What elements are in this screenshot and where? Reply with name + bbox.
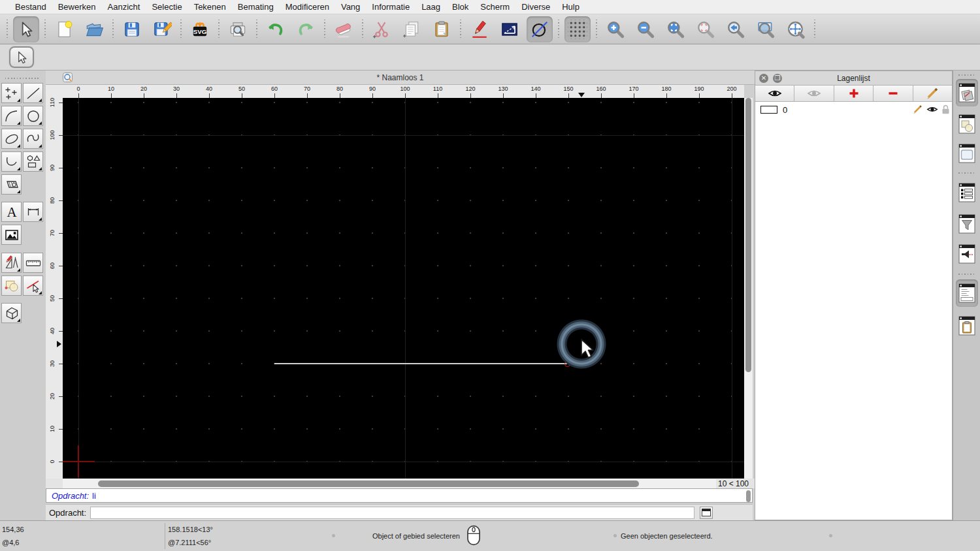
zoom-selection-button[interactable] — [693, 16, 719, 42]
layer-edit-pencil-icon[interactable] — [912, 104, 923, 114]
active-tool-button[interactable] — [9, 46, 34, 68]
zoom-extents-button[interactable] — [662, 16, 689, 42]
vertical-scrollbar-thumb[interactable] — [745, 98, 751, 372]
zoom-in-button[interactable] — [602, 16, 629, 42]
shapes-window-icon — [958, 114, 975, 134]
eraser-icon — [334, 20, 353, 39]
hatch-tool-button[interactable] — [1, 174, 22, 195]
panel-clipboard-button[interactable] — [956, 312, 978, 339]
h-ruler-tick-mark — [274, 93, 275, 98]
vertical-scrollbar[interactable] — [744, 98, 753, 479]
menu-blok[interactable]: Blok — [446, 2, 474, 12]
panel-properties-button[interactable] — [956, 140, 978, 167]
menu-bestand[interactable]: Bestand — [9, 2, 52, 12]
menu-scherm[interactable]: Scherm — [474, 2, 515, 12]
ruler-corner — [46, 85, 63, 98]
origin-crosshair — [78, 445, 79, 478]
image-tool-button[interactable] — [1, 225, 22, 245]
print-preview-button[interactable] — [225, 16, 251, 42]
pan-button[interactable] — [783, 16, 809, 42]
command-input[interactable] — [90, 507, 694, 519]
add-layer-button[interactable] — [834, 86, 874, 101]
layer-row[interactable]: 0 — [755, 102, 952, 118]
menu-informatie[interactable]: Informatie — [366, 2, 416, 12]
h-ruler-tick-mark — [78, 93, 79, 98]
menu-tekenen[interactable]: Tekenen — [188, 2, 232, 12]
panel-filter-button[interactable] — [956, 210, 978, 238]
menu-selectie[interactable]: Selectie — [146, 2, 188, 12]
svg-export-button[interactable]: SVG — [187, 16, 213, 42]
show-layer-button[interactable] — [755, 86, 794, 101]
menu-hulp[interactable]: Hulp — [556, 2, 585, 12]
menu-vang[interactable]: Vang — [335, 2, 366, 12]
undo-button[interactable] — [263, 16, 289, 42]
panel-views-button[interactable] — [956, 240, 978, 268]
redo-button[interactable] — [293, 16, 319, 42]
save-button[interactable] — [119, 16, 145, 42]
drawing-canvas[interactable] — [63, 98, 744, 479]
panel-list-button[interactable] — [956, 179, 978, 206]
ellipse-tool-button[interactable] — [1, 129, 22, 149]
menu-diverse[interactable]: Diverse — [515, 2, 556, 12]
copy-button[interactable] — [399, 16, 425, 42]
circle-tool-button[interactable] — [23, 106, 43, 126]
panel-layers-button[interactable] — [956, 79, 978, 106]
text-tool-button[interactable]: A — [1, 202, 22, 222]
h-ruler-tick-mark — [242, 93, 242, 98]
print-preview-icon — [228, 20, 248, 39]
history-scrollbar-thumb[interactable] — [746, 490, 751, 502]
arc-tool-button[interactable] — [1, 106, 22, 126]
dimension-tool-button[interactable] — [23, 202, 43, 222]
remove-layer-button[interactable] — [874, 86, 913, 101]
cut-button[interactable] — [368, 16, 395, 42]
document-titlebar[interactable]: * Naamloos 1 — [46, 71, 755, 85]
new-document-button[interactable] — [51, 16, 77, 42]
drawn-line[interactable] — [274, 363, 567, 364]
menu-aanzicht[interactable]: Aanzicht — [102, 2, 146, 12]
command-window-button[interactable] — [700, 507, 713, 519]
spline-tool-button[interactable] — [23, 129, 43, 149]
menu-laag[interactable]: Laag — [416, 2, 446, 12]
layer-lock-icon[interactable] — [941, 104, 951, 115]
toolbar-separator — [112, 20, 114, 39]
paste-button[interactable] — [429, 16, 455, 42]
layer-color-swatch[interactable] — [760, 106, 777, 114]
draw-pencil-button[interactable] — [466, 16, 493, 42]
close-icon[interactable]: ✕ — [759, 74, 768, 83]
grid-snap-button[interactable] — [564, 16, 591, 42]
points-tool-button[interactable] — [1, 83, 22, 103]
trim-tool-button[interactable] — [23, 276, 43, 296]
svg-text:A: A — [7, 204, 17, 220]
h-ruler-tick: 50 — [232, 86, 252, 92]
eraser-button[interactable] — [331, 16, 357, 42]
menu-bewerken[interactable]: Bewerken — [52, 2, 102, 12]
zoom-window-button[interactable] — [753, 16, 779, 42]
panel-shapes-button[interactable] — [956, 110, 978, 138]
layers-panel-titlebar[interactable]: ✕ ❐ Lagenlijst — [755, 71, 952, 86]
drafting-tool-button[interactable] — [1, 253, 22, 273]
angle-reference-button[interactable] — [497, 16, 523, 42]
zoom-out-button[interactable] — [632, 16, 659, 42]
horizontal-scrollbar-thumb[interactable] — [98, 480, 639, 487]
solids-tool-button[interactable] — [1, 303, 22, 323]
select-cursor-button[interactable] — [13, 16, 39, 42]
save-as-button[interactable] — [149, 16, 175, 42]
polygon-tool-button[interactable] — [23, 151, 43, 172]
polyline-tool-button[interactable] — [1, 151, 22, 172]
hide-layer-button[interactable] — [794, 86, 834, 101]
dock-panel-icon[interactable]: ❐ — [773, 74, 782, 83]
menu-modificeren[interactable]: Modificeren — [280, 2, 335, 12]
circle-line-tool-button[interactable] — [527, 16, 553, 42]
line-tool-button[interactable] — [23, 83, 43, 103]
zoom-previous-button[interactable] — [723, 16, 749, 42]
layer-visible-eye-icon[interactable] — [926, 105, 938, 114]
measure-tool-button[interactable] — [23, 253, 43, 273]
menu-bemating[interactable]: Bemating — [232, 2, 280, 12]
edit-layer-button[interactable] — [913, 86, 952, 101]
svg-badge-label: SVG — [193, 28, 206, 35]
open-file-button[interactable] — [81, 16, 107, 42]
status-separator-dot — [613, 534, 617, 537]
shape-edit-tool-button[interactable] — [1, 276, 22, 296]
horizontal-scrollbar[interactable] — [63, 479, 744, 488]
panel-command-button[interactable] — [956, 279, 978, 307]
